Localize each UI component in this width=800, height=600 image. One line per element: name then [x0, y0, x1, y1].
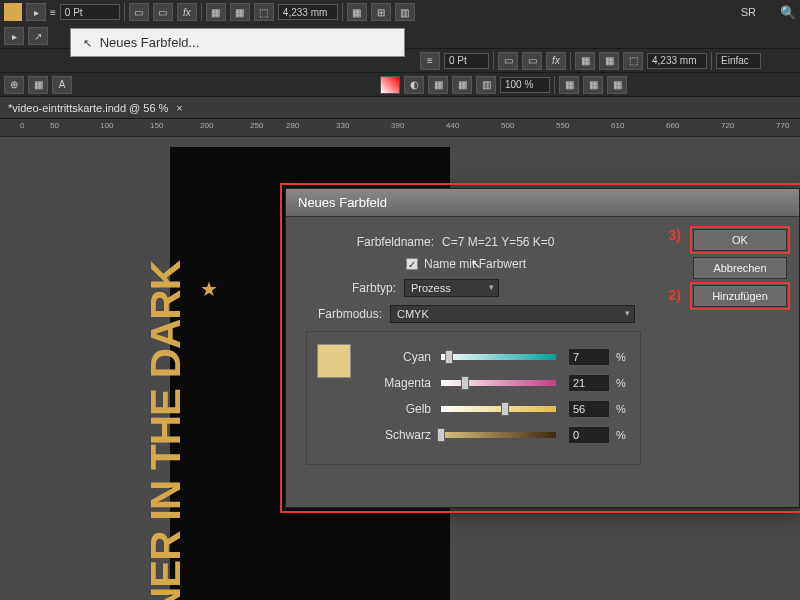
tool-btn[interactable]: ▦	[583, 76, 603, 94]
lang-label: SR	[741, 6, 756, 18]
black-label: Schwarz	[375, 428, 431, 442]
tool-btn[interactable]: ▦	[559, 76, 579, 94]
yellow-label: Gelb	[375, 402, 431, 416]
document-headline: NER IN THE DARK	[142, 261, 190, 600]
pct-label: %	[616, 351, 626, 363]
tool-btn[interactable]: ↗	[28, 27, 48, 45]
ok-button[interactable]: OK	[693, 229, 787, 251]
tool-btn[interactable]: ⬚	[623, 52, 643, 70]
tool-btn[interactable]: ▦	[230, 3, 250, 21]
tool-btn[interactable]: ▦	[428, 76, 448, 94]
swatch-name-value: C=7 M=21 Y=56 K=0	[442, 235, 555, 249]
document-tab-bar: *video-eintrittskarte.indd @ 56 % ×	[0, 97, 800, 119]
tool-btn[interactable]: ▦	[28, 76, 48, 94]
cursor-icon: ↖	[83, 37, 92, 49]
horizontal-ruler: 0 50 100 150 200 250 280 330 390 440 500…	[0, 119, 800, 137]
close-icon[interactable]: ×	[176, 102, 182, 114]
cyan-label: Cyan	[375, 350, 431, 364]
tool-btn[interactable]: ▭	[129, 3, 149, 21]
text-input[interactable]	[716, 53, 761, 69]
stroke-input[interactable]	[60, 4, 120, 20]
tool-btn[interactable]: ≡	[420, 52, 440, 70]
pct-label: %	[616, 403, 626, 415]
new-swatch-dialog: Neues Farbfeld Farbfeldname: C=7 M=21 Y=…	[285, 188, 800, 508]
menu-new-swatch[interactable]: ↖ Neues Farbfeld...	[71, 29, 404, 56]
name-with-value-checkbox[interactable]: ✓	[406, 258, 418, 270]
cursor-icon: ↖	[471, 257, 481, 271]
color-type-dropdown[interactable]: Prozess	[404, 279, 499, 297]
stroke-weight-icon: ≡	[50, 7, 56, 18]
swatch-name-label: Farbfeldname:	[324, 235, 434, 249]
cancel-button[interactable]: Abbrechen	[693, 257, 787, 279]
dialog-button-column: OK Abbrechen Hinzufügen	[693, 229, 787, 307]
tool-btn[interactable]: ▦	[452, 76, 472, 94]
toolbar-icon[interactable]: ▸	[26, 3, 46, 21]
cmyk-sliders: Cyan % Magenta % Gelb % Schwarz	[306, 331, 641, 465]
fx-icon[interactable]: fx	[177, 3, 197, 21]
fill-swatch[interactable]	[4, 3, 22, 21]
tool-btn[interactable]: ▭	[522, 52, 542, 70]
cyan-slider[interactable]	[441, 354, 556, 360]
tool-btn[interactable]: ◐	[404, 76, 424, 94]
document-tab[interactable]: *video-eintrittskarte.indd @ 56 %	[8, 102, 168, 114]
dialog-title: Neues Farbfeld	[286, 189, 799, 217]
tool-btn[interactable]: ⊞	[371, 3, 391, 21]
measure-input-2[interactable]	[647, 53, 707, 69]
tool-btn[interactable]: A	[52, 76, 72, 94]
magenta-label: Magenta	[375, 376, 431, 390]
yellow-input[interactable]	[568, 400, 610, 418]
black-input[interactable]	[568, 426, 610, 444]
zoom-input[interactable]	[500, 77, 550, 93]
add-button[interactable]: Hinzufügen	[693, 285, 787, 307]
color-preview-swatch	[317, 344, 351, 378]
magenta-slider[interactable]	[441, 380, 556, 386]
stroke-input-2[interactable]	[444, 53, 489, 69]
tool-btn[interactable]: ⊕	[4, 76, 24, 94]
tool-btn[interactable]: ▦	[206, 3, 226, 21]
tool-btn[interactable]: ▭	[153, 3, 173, 21]
tool-btn[interactable]: ▥	[476, 76, 496, 94]
black-slider[interactable]	[441, 432, 556, 438]
tool-btn[interactable]: ▦	[599, 52, 619, 70]
color-mode-label: Farbmodus:	[306, 307, 382, 321]
annotation-2: 2)	[669, 287, 681, 303]
color-mode-dropdown[interactable]: CMYK	[390, 305, 635, 323]
measure-input[interactable]	[278, 4, 338, 20]
tool-btn[interactable]: ▦	[575, 52, 595, 70]
annotation-3: 3)	[669, 227, 681, 243]
tool-btn[interactable]: ▭	[498, 52, 518, 70]
fx-icon[interactable]: fx	[546, 52, 566, 70]
star-icon: ★	[200, 277, 218, 301]
cyan-input[interactable]	[568, 348, 610, 366]
tool-btn[interactable]: ▥	[395, 3, 415, 21]
tool-btn[interactable]: ⬚	[254, 3, 274, 21]
tool-btn[interactable]: ▦	[347, 3, 367, 21]
yellow-slider[interactable]	[441, 406, 556, 412]
tool-btn[interactable]: ▸	[4, 27, 24, 45]
pct-label: %	[616, 429, 626, 441]
swatch-menu: ↖ Neues Farbfeld...	[70, 28, 405, 57]
search-icon[interactable]: 🔍	[780, 5, 796, 20]
tool-btn[interactable]: ▦	[607, 76, 627, 94]
magenta-input[interactable]	[568, 374, 610, 392]
gradient-icon[interactable]	[380, 76, 400, 94]
pct-label: %	[616, 377, 626, 389]
color-type-label: Farbtyp:	[324, 281, 396, 295]
